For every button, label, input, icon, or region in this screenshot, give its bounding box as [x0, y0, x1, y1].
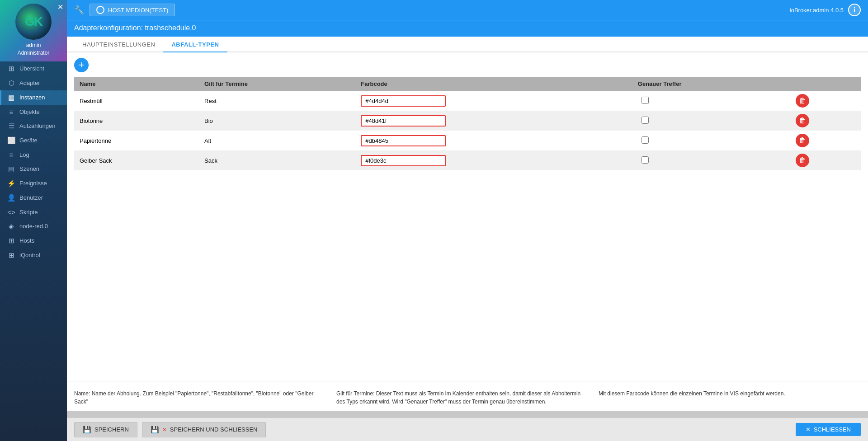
host-label: HOST MEDION(TEST): [108, 7, 168, 14]
footer-left-buttons: 💾 SPEICHERN 💾 ✕ SPEICHERN UND SCHLIESSEN: [74, 422, 266, 437]
sidebar-icon-geraete: ⬜: [7, 136, 16, 145]
help-text-3: Mit diesem Farbcode können die einzelnen…: [599, 390, 785, 397]
sidebar-item-instanzen[interactable]: ▦Instanzen: [0, 90, 67, 105]
sidebar-item-ereignisse[interactable]: ⚡Ereignisse: [0, 176, 67, 191]
table-row: Biotonne Bio 🗑: [74, 111, 861, 131]
row-gilt-2: Alt: [199, 131, 355, 150]
topbar-left: 🔧 HOST MEDION(TEST): [74, 4, 175, 16]
table-header-row: Name Gilt für Termine Farbcode Genauer T…: [74, 77, 861, 91]
table-row: Restmüll Rest 🗑: [74, 91, 861, 111]
delete-button-0[interactable]: 🗑: [796, 94, 809, 108]
row-delete-0: 🗑: [790, 91, 861, 111]
tabs-bar: HAUPTEINSTELLUNGEN ABFALL-TYPEN: [67, 37, 868, 52]
row-farbcode-1: [355, 111, 632, 131]
sidebar-user: admin Administrator: [18, 42, 50, 57]
genauer-checkbox-0[interactable]: [642, 97, 649, 104]
tab-haupteinstellungen[interactable]: HAUPTEINSTELLUNGEN: [74, 37, 163, 52]
info-icon[interactable]: i: [848, 4, 861, 16]
sidebar-icon-ereignisse: ⚡: [7, 179, 16, 188]
delete-button-3[interactable]: 🗑: [796, 154, 809, 167]
row-gilt-3: Sack: [199, 150, 355, 170]
delete-button-2[interactable]: 🗑: [796, 134, 809, 147]
sidebar-item-aufzaehlungen[interactable]: ☰Aufzählungen: [0, 119, 67, 133]
help-text-1: Name: Name der Abholung. Zum Beispiel "P…: [74, 390, 313, 405]
sidebar-icon-iqontrol: ⊞: [7, 251, 16, 259]
help-col-2: Gilt für Termine: Dieser Text muss als T…: [336, 389, 599, 406]
sidebar-icon-aufzaehlungen: ☰: [7, 122, 16, 130]
delete-button-1[interactable]: 🗑: [796, 114, 809, 127]
help-area: Name: Name der Abholung. Zum Beispiel "P…: [67, 381, 868, 411]
sidebar-nav: ⊞Übersicht⬡Adapter▦Instanzen≡Objekte☰Auf…: [0, 61, 67, 263]
row-farbcode-0: [355, 91, 632, 111]
row-name-2: Papiertonne: [74, 131, 199, 150]
sidebar-item-uebersicht[interactable]: ⊞Übersicht: [0, 61, 67, 76]
farbcode-input-0[interactable]: [361, 95, 446, 107]
sidebar-label-geraete: Geräte: [19, 137, 38, 144]
save-close-x-icon: ✕: [162, 427, 167, 433]
help-col-1: Name: Name der Abholung. Zum Beispiel "P…: [74, 389, 336, 406]
sidebar-icon-objekte: ≡: [7, 108, 16, 116]
row-name-3: Gelber Sack: [74, 150, 199, 170]
sidebar-item-iqontrol[interactable]: ⊞iQontrol: [0, 248, 67, 263]
sidebar-icon-log: ≡: [7, 151, 16, 159]
sidebar-icon-uebersicht: ⊞: [7, 65, 16, 73]
sidebar-icon-skripte: <>: [7, 208, 16, 216]
user-name: admin: [18, 42, 50, 49]
table-area: + Name Gilt für Termine Farbcode Genauer…: [67, 52, 868, 381]
footer: 💾 SPEICHERN 💾 ✕ SPEICHERN UND SCHLIESSEN…: [67, 418, 868, 441]
sidebar-label-skripte: Skripte: [19, 209, 38, 216]
row-name-1: Biotonne: [74, 111, 199, 131]
sidebar-item-skripte[interactable]: <>Skripte: [0, 205, 67, 219]
col-name-header: Name: [74, 77, 199, 91]
farbcode-input-1[interactable]: [361, 115, 446, 127]
topbar: 🔧 HOST MEDION(TEST) ioBroker.admin 4.0.5…: [67, 0, 868, 20]
sidebar-item-geraete[interactable]: ⬜Geräte: [0, 133, 67, 148]
tool-icon: 🔧: [74, 5, 84, 15]
row-genauer-1: [632, 111, 790, 131]
sidebar-item-szenen[interactable]: ▤Szenen: [0, 162, 67, 176]
row-name-0: Restmüll: [74, 91, 199, 111]
sidebar-item-node-red[interactable]: ◈node-red.0: [0, 219, 67, 234]
save-close-icon: 💾: [151, 426, 159, 434]
save-button[interactable]: 💾 SPEICHERN: [74, 422, 137, 437]
row-delete-2: 🗑: [790, 131, 861, 150]
farbcode-input-2[interactable]: [361, 135, 446, 146]
sidebar-item-objekte[interactable]: ≡Objekte: [0, 105, 67, 119]
col-gilt-header: Gilt für Termine: [199, 77, 355, 91]
row-farbcode-3: [355, 150, 632, 170]
sidebar-item-benutzer[interactable]: 👤Benutzer: [0, 191, 67, 205]
add-row-button[interactable]: +: [74, 58, 89, 72]
genauer-checkbox-3[interactable]: [642, 156, 649, 164]
sidebar-label-objekte: Objekte: [19, 108, 40, 115]
sidebar-icon-szenen: ▤: [7, 165, 16, 173]
topbar-right: ioBroker.admin 4.0.5 i: [790, 4, 861, 16]
sidebar-item-log[interactable]: ≡Log: [0, 148, 67, 162]
sidebar-item-hosts[interactable]: ⊞Hosts: [0, 234, 67, 248]
sidebar-icon-benutzer: 👤: [7, 194, 16, 202]
table-row: Gelber Sack Sack 🗑: [74, 150, 861, 170]
horizontal-scrollbar[interactable]: [67, 411, 868, 418]
sidebar-label-node-red: node-red.0: [19, 223, 48, 230]
sidebar-icon-adapter: ⬡: [7, 79, 16, 87]
table-row: Papiertonne Alt 🗑: [74, 131, 861, 150]
sidebar-item-adapter[interactable]: ⬡Adapter: [0, 76, 67, 90]
save-icon: 💾: [83, 426, 91, 434]
col-delete-header: [790, 77, 861, 91]
logo-text: GK: [25, 14, 42, 29]
sidebar-label-adapter: Adapter: [19, 80, 40, 86]
items-table: Name Gilt für Termine Farbcode Genauer T…: [74, 77, 861, 170]
tab-abfall-typen[interactable]: ABFALL-TYPEN: [163, 37, 227, 52]
sidebar-icon-hosts: ⊞: [7, 237, 16, 245]
genauer-checkbox-1[interactable]: [642, 117, 649, 124]
farbcode-input-3[interactable]: [361, 155, 446, 166]
host-badge[interactable]: HOST MEDION(TEST): [90, 4, 175, 16]
genauer-checkbox-2[interactable]: [642, 136, 649, 144]
close-button[interactable]: ✕ SCHLIESSEN: [796, 423, 861, 436]
save-and-close-button[interactable]: 💾 ✕ SPEICHERN UND SCHLIESSEN: [142, 422, 266, 437]
sidebar-label-uebersicht: Übersicht: [19, 65, 44, 72]
save-label: SPEICHERN: [94, 426, 129, 433]
sidebar-close-icon[interactable]: ✕: [57, 3, 63, 11]
sidebar-icon-instanzen: ▦: [7, 94, 16, 102]
page-title: Adapterkonfiguration: trashschedule.0: [74, 24, 196, 32]
sidebar-label-instanzen: Instanzen: [19, 94, 45, 101]
